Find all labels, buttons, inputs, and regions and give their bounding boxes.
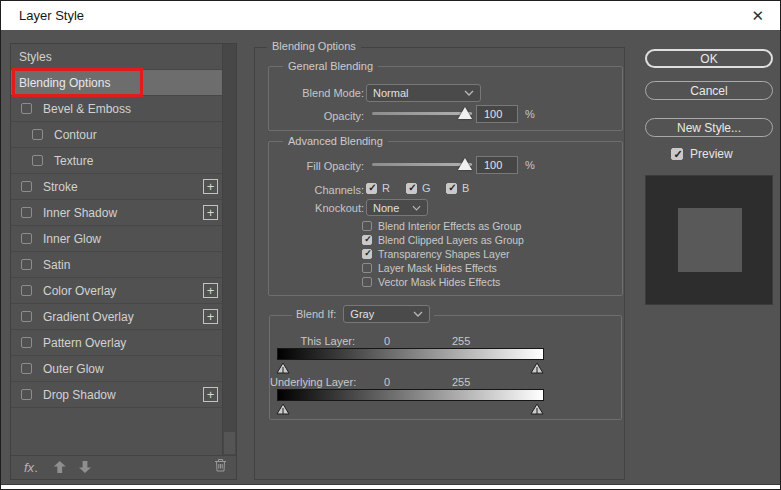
option-checkbox[interactable]	[362, 249, 372, 259]
sidebar-item-label: Stroke	[43, 180, 78, 194]
delete-icon[interactable]	[214, 458, 227, 476]
channel-b-checkbox[interactable]	[446, 183, 457, 194]
close-icon[interactable]: ✕	[751, 8, 764, 23]
layer-style-dialog: Layer Style ✕ Styles Blending Options Be…	[0, 0, 781, 490]
sidebar-item-satin[interactable]: Satin	[11, 252, 222, 278]
sidebar-item-label: Gradient Overlay	[43, 310, 134, 324]
channel-r-checkbox[interactable]	[366, 183, 377, 194]
add-instance-icon[interactable]: +	[203, 283, 218, 298]
effect-checkbox[interactable]	[21, 337, 32, 348]
option-label: Blend Clipped Layers as Group	[378, 234, 524, 246]
sidebar-item-inner-shadow[interactable]: Inner Shadow +	[11, 200, 222, 226]
effect-checkbox[interactable]	[21, 259, 32, 270]
blending-options-panel: Blending Options General Blending Blend …	[254, 47, 625, 480]
option-vector-mask-hides[interactable]: Vector Mask Hides Effects	[362, 275, 524, 289]
fill-opacity-slider-thumb[interactable]	[458, 158, 472, 170]
add-instance-icon[interactable]: +	[203, 179, 218, 194]
this-layer-min: 0	[384, 335, 390, 347]
add-instance-icon[interactable]: +	[203, 387, 218, 402]
channel-g-checkbox[interactable]	[406, 183, 417, 194]
opacity-input[interactable]	[476, 105, 518, 123]
effect-checkbox[interactable]	[21, 311, 32, 322]
this-layer-white-thumb[interactable]	[530, 360, 544, 378]
sidebar-item-label: Inner Glow	[43, 232, 101, 246]
channels-label: Channels:	[269, 184, 364, 196]
this-layer-label: This Layer:	[270, 335, 355, 347]
panel-title: Blending Options	[267, 40, 361, 52]
blend-mode-select[interactable]: Normal	[366, 84, 481, 102]
move-down-icon[interactable]	[79, 461, 91, 473]
option-checkbox[interactable]	[362, 221, 372, 231]
fill-opacity-label: Fill Opacity:	[269, 160, 364, 172]
effect-checkbox[interactable]	[21, 233, 32, 244]
fill-opacity-slider[interactable]	[372, 163, 472, 166]
sidebar-item-drop-shadow[interactable]: Drop Shadow +	[11, 382, 222, 408]
knockout-select[interactable]: None	[366, 199, 428, 216]
underlying-layer-max: 255	[452, 376, 470, 388]
new-style-button[interactable]: New Style...	[645, 118, 773, 137]
ok-button[interactable]: OK	[645, 49, 773, 68]
opacity-slider[interactable]	[372, 112, 472, 115]
effect-checkbox[interactable]	[21, 207, 32, 218]
option-layer-mask-hides[interactable]: Layer Mask Hides Effects	[362, 261, 524, 275]
option-blend-clipped[interactable]: Blend Clipped Layers as Group	[362, 233, 524, 247]
fill-opacity-input[interactable]	[476, 156, 518, 174]
sidebar-scrollbar[interactable]	[222, 44, 236, 455]
add-instance-icon[interactable]: +	[203, 205, 218, 220]
blend-if-value: Gray	[350, 308, 413, 320]
sidebar-item-inner-glow[interactable]: Inner Glow	[11, 226, 222, 252]
channel-g-label: G	[422, 182, 431, 194]
effect-checkbox[interactable]	[32, 155, 43, 166]
option-checkbox[interactable]	[362, 277, 372, 287]
underlying-layer-black-thumb[interactable]	[276, 401, 290, 419]
sidebar-item-outer-glow[interactable]: Outer Glow	[11, 356, 222, 382]
sidebar-item-styles[interactable]: Styles	[11, 44, 222, 70]
sidebar-item-contour[interactable]: Contour	[11, 122, 222, 148]
effect-checkbox[interactable]	[21, 389, 32, 400]
sidebar-item-bevel-emboss[interactable]: Bevel & Emboss	[11, 96, 222, 122]
effect-checkbox[interactable]	[21, 363, 32, 374]
opacity-unit: %	[525, 108, 535, 120]
sidebar-item-pattern-overlay[interactable]: Pattern Overlay	[11, 330, 222, 356]
effect-checkbox[interactable]	[21, 103, 32, 114]
underlying-layer-gradient-bar[interactable]	[277, 389, 544, 401]
chevron-down-icon	[412, 205, 421, 211]
option-label: Transparency Shapes Layer	[378, 248, 510, 260]
blend-if-select[interactable]: Gray	[343, 305, 430, 323]
preview-checkbox[interactable]	[671, 148, 683, 160]
fx-icon[interactable]: fx	[24, 460, 38, 475]
this-layer-gradient-bar[interactable]	[277, 348, 544, 360]
scrollbar-thumb[interactable]	[224, 432, 235, 454]
effect-checkbox[interactable]	[21, 181, 32, 192]
sidebar-item-label: Satin	[43, 258, 70, 272]
effect-checkbox[interactable]	[32, 129, 43, 140]
underlying-layer-min: 0	[384, 376, 390, 388]
underlying-layer-white-thumb[interactable]	[530, 401, 544, 419]
opacity-slider-thumb[interactable]	[458, 107, 472, 119]
preview-label: Preview	[690, 147, 733, 161]
option-checkbox[interactable]	[362, 263, 372, 273]
general-blending-group: General Blending Blend Mode: Normal Opac…	[268, 66, 623, 131]
cancel-button[interactable]: Cancel	[645, 81, 773, 100]
blend-if-group: Blend If: Gray This Layer: 0 255 Underly…	[269, 315, 622, 420]
sidebar-item-color-overlay[interactable]: Color Overlay +	[11, 278, 222, 304]
sidebar-item-label: Blending Options	[19, 76, 110, 90]
advanced-options-list: Blend Interior Effects as Group Blend Cl…	[362, 219, 524, 289]
sidebar-item-stroke[interactable]: Stroke +	[11, 174, 222, 200]
option-blend-interior[interactable]: Blend Interior Effects as Group	[362, 219, 524, 233]
add-instance-icon[interactable]: +	[203, 309, 218, 324]
blend-mode-value: Normal	[373, 87, 464, 99]
sidebar-item-gradient-overlay[interactable]: Gradient Overlay +	[11, 304, 222, 330]
blend-mode-label: Blend Mode:	[269, 87, 364, 99]
move-up-icon[interactable]	[54, 461, 66, 473]
opacity-label: Opacity:	[269, 110, 364, 122]
option-transparency-shapes[interactable]: Transparency Shapes Layer	[362, 247, 524, 261]
preview-toggle[interactable]: Preview	[671, 147, 733, 161]
advanced-blending-group: Advanced Blending Fill Opacity: % Channe…	[268, 141, 623, 296]
sidebar-item-blending-options[interactable]: Blending Options	[11, 70, 222, 96]
fill-opacity-unit: %	[525, 159, 535, 171]
option-checkbox[interactable]	[362, 235, 372, 245]
channel-b-label: B	[462, 182, 469, 194]
effect-checkbox[interactable]	[21, 285, 32, 296]
sidebar-item-texture[interactable]: Texture	[11, 148, 222, 174]
